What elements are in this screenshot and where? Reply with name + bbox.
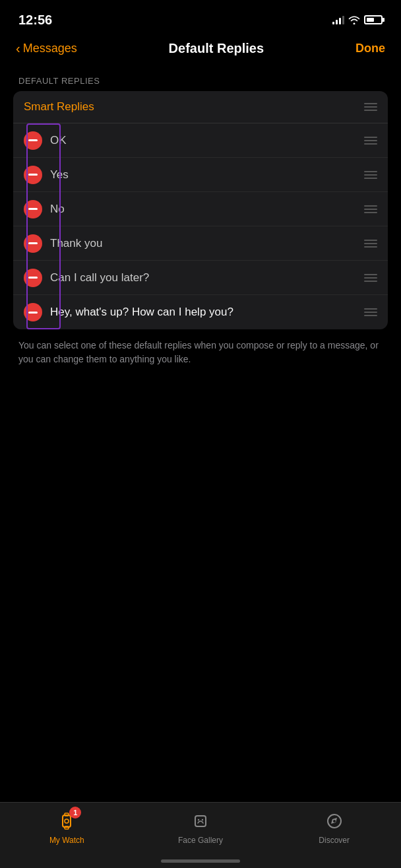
reply-text-calllater: Can I call you later?	[50, 271, 364, 284]
replies-card: Smart Replies OK Yes No	[13, 91, 388, 329]
svg-point-3	[65, 819, 69, 823]
wifi-icon	[348, 15, 360, 24]
my-watch-icon-wrap: 1	[55, 809, 78, 833]
reply-text-ok: OK	[50, 134, 364, 147]
tab-my-watch-label: My Watch	[49, 836, 84, 845]
tab-face-gallery[interactable]: Face Gallery	[168, 809, 233, 845]
smart-replies-label: Smart Replies	[24, 100, 94, 114]
discover-icon-wrap	[323, 809, 346, 833]
minus-thankyou-button[interactable]	[24, 234, 42, 253]
face-gallery-icon-wrap	[189, 809, 212, 833]
face-gallery-icon	[190, 811, 211, 832]
tab-bar: 1 My Watch Face Gallery Discover	[0, 802, 401, 868]
smart-replies-row: Smart Replies	[13, 91, 388, 123]
status-time: 12:56	[18, 13, 52, 28]
reply-row: Thank you	[13, 226, 388, 261]
minus-ok-button[interactable]	[24, 131, 42, 150]
reply-text-thankyou: Thank you	[50, 237, 364, 250]
tab-my-watch[interactable]: 1 My Watch	[34, 809, 100, 845]
back-label: Messages	[23, 42, 77, 55]
tab-face-gallery-label: Face Gallery	[178, 836, 223, 845]
minus-calllater-button[interactable]	[24, 269, 42, 287]
done-button[interactable]: Done	[355, 42, 385, 55]
drag-handle-thankyou[interactable]	[364, 240, 377, 248]
reply-text-whatsup: Hey, what's up? How can I help you?	[50, 306, 364, 319]
description-text: You can select one of these default repl…	[0, 329, 401, 376]
minus-no-button[interactable]	[24, 200, 42, 218]
back-button[interactable]: ‹ Messages	[16, 41, 77, 56]
drag-handle-ok[interactable]	[364, 137, 377, 145]
minus-yes-button[interactable]	[24, 166, 42, 184]
reply-row: Hey, what's up? How can I help you?	[13, 295, 388, 329]
svg-rect-0	[63, 815, 71, 827]
reply-row: No	[13, 192, 388, 226]
page-title: Default Replies	[169, 41, 264, 56]
reply-row: OK	[13, 123, 388, 158]
battery-icon	[364, 15, 383, 24]
section-label: DEFAULT REPLIES	[0, 65, 401, 91]
tab-discover-label: Discover	[319, 836, 350, 845]
nav-bar: ‹ Messages Default Replies Done	[0, 36, 401, 65]
svg-point-9	[333, 820, 336, 822]
smart-replies-drag-handle[interactable]	[364, 103, 377, 111]
reply-text-yes: Yes	[50, 168, 364, 182]
drag-handle-whatsup[interactable]	[364, 308, 377, 316]
drag-handle-no[interactable]	[364, 205, 377, 213]
drag-handle-yes[interactable]	[364, 171, 377, 179]
home-indicator	[161, 859, 240, 863]
svg-point-6	[202, 819, 203, 820]
reply-row: Yes	[13, 158, 388, 192]
replies-rows-wrapper: OK Yes No Thank you	[13, 123, 388, 329]
reply-text-no: No	[50, 203, 364, 216]
svg-point-5	[198, 819, 199, 820]
reply-row: Can I call you later?	[13, 261, 388, 295]
back-chevron-icon: ‹	[16, 41, 20, 56]
status-icons	[332, 15, 383, 24]
minus-whatsup-button[interactable]	[24, 303, 42, 321]
my-watch-badge: 1	[69, 807, 81, 818]
signal-icon	[332, 15, 344, 24]
discover-icon	[324, 811, 345, 832]
tab-discover[interactable]: Discover	[301, 809, 367, 845]
status-bar: 12:56	[0, 0, 401, 36]
drag-handle-calllater[interactable]	[364, 274, 377, 282]
